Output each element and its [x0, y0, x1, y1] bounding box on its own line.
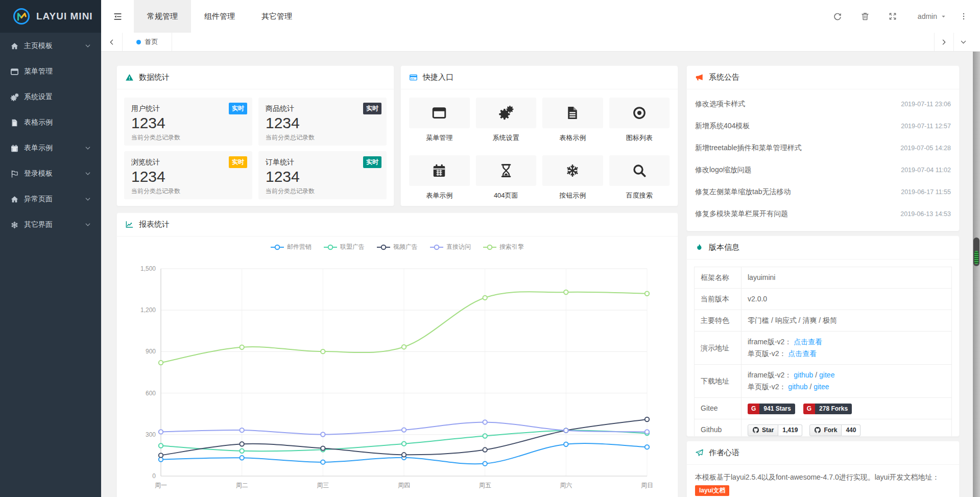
layui-doc-badge[interactable]: layui文档: [695, 485, 729, 496]
sidebar-collapse-button[interactable]: [101, 0, 134, 33]
gitee-badge[interactable]: G941 Stars: [748, 404, 795, 414]
version-row-5: GiteeG941 StarsG278 Forks: [695, 398, 952, 419]
version-link[interactable]: github: [788, 383, 807, 391]
quick-item-label: 按钮示例: [542, 191, 603, 200]
more-options-icon[interactable]: [960, 12, 968, 20]
sidebar-item-1[interactable]: 菜单管理: [0, 59, 101, 84]
version-row-value: G941 StarsG278 Forks: [742, 398, 952, 419]
quick-item-4[interactable]: 表单示例: [409, 155, 470, 200]
flag-icon: [10, 170, 19, 178]
announcement-row-0[interactable]: 修改选项卡样式2019-07-11 23:06: [695, 93, 951, 115]
quick-item-1[interactable]: 系统设置: [476, 98, 537, 142]
quick-item-label: 系统设置: [476, 133, 537, 142]
announcement-row-5[interactable]: 修复多模块菜单栏展开有问题2019-06-13 14:53: [695, 203, 951, 225]
legend-item-1[interactable]: 联盟广告: [324, 243, 365, 251]
user-dropdown[interactable]: admin: [918, 12, 946, 20]
stat-subtitle: 当前分类总记录数: [131, 187, 245, 196]
version-row-label: Gitee: [695, 398, 742, 419]
scrollbar-thumb[interactable]: [973, 238, 979, 266]
sidebar-item-0[interactable]: 主页模板: [0, 33, 101, 59]
header-tab-0[interactable]: 常规管理: [134, 0, 191, 33]
fullscreen-icon[interactable]: [888, 12, 897, 21]
announcements-title: 系统公告: [709, 73, 739, 82]
legend-item-2[interactable]: 视频广告: [377, 243, 418, 251]
scrollbar-thumb-stripes: [974, 251, 978, 264]
quick-item-label: 表格示例: [542, 133, 603, 142]
left-column: 数据统计 用户统计1234当前分类总记录数实时商品统计1234当前分类总记录数实…: [116, 65, 678, 497]
sidebar-item-4[interactable]: 表单示例: [0, 135, 101, 161]
announcement-text: 新增treetable插件和菜单管理样式: [695, 144, 801, 153]
version-row-6: GithubStar1,419Fork440: [695, 419, 952, 437]
svg-text:周六: 周六: [560, 482, 572, 489]
legend-item-3[interactable]: 直接访问: [430, 243, 471, 251]
announcement-text: 新增系统404模板: [695, 122, 750, 131]
realtime-badge: 实时: [363, 103, 381, 114]
svg-text:周日: 周日: [641, 482, 653, 489]
stats-panel-header: 数据统计: [117, 66, 394, 89]
sidebar-item-label: 表单示例: [24, 144, 53, 153]
announcement-row-4[interactable]: 修复左侧菜单缩放tab无法移动2019-06-17 11:55: [695, 181, 951, 203]
quick-item-6[interactable]: 按钮示例: [542, 155, 603, 200]
quick-item-2[interactable]: 表格示例: [542, 98, 603, 142]
version-row-value: 零门槛 / 响应式 / 清爽 / 极简: [742, 310, 952, 332]
header-tab-2[interactable]: 其它管理: [248, 0, 305, 33]
legend-item-4[interactable]: 搜索引擎: [483, 243, 524, 251]
realtime-badge: 实时: [363, 156, 381, 168]
sidebar-item-5[interactable]: 登录模板: [0, 161, 101, 186]
sidebar-item-2[interactable]: 系统设置: [0, 84, 101, 110]
file-icon: [542, 98, 603, 128]
version-row-1: 当前版本v2.0.0: [695, 289, 952, 310]
svg-text:周五: 周五: [479, 482, 491, 489]
version-row-4: 下载地址iframe版-v2： github / gitee单页版-v2： gi…: [695, 365, 952, 398]
app-title: LAYUI MINI: [36, 11, 93, 22]
github-badge-label: Fork: [824, 427, 837, 434]
github-badge[interactable]: Star1,419: [748, 424, 802, 436]
announcement-row-2[interactable]: 新增treetable插件和菜单管理样式2019-07-05 14:28: [695, 137, 951, 159]
tab-home-label: 首页: [145, 37, 158, 46]
version-row-label: 下载地址: [695, 365, 742, 398]
quick-item-7[interactable]: 百度搜索: [609, 155, 670, 200]
calendar-icon: [10, 144, 19, 153]
gitee-badge[interactable]: G278 Forks: [803, 404, 852, 414]
quick-entry-grid: 菜单管理系统设置表格示例图标列表表单示例404页面按钮示例百度搜索: [401, 89, 678, 200]
legend-marker-icon: [483, 244, 496, 250]
author-title: 作者心语: [709, 448, 739, 458]
announcement-row-1[interactable]: 新增系统404模板2019-07-11 12:57: [695, 115, 951, 137]
legend-item-0[interactable]: 邮件营销: [271, 243, 312, 251]
tab-scroll-right-button[interactable]: [934, 33, 953, 51]
tab-home[interactable]: 首页: [123, 33, 172, 51]
version-row-label: 主要特色: [695, 310, 742, 332]
announcement-row-3[interactable]: 修改logo缩放问题2019-07-04 11:02: [695, 159, 951, 181]
right-column: 系统公告 修改选项卡样式2019-07-11 23:06新增系统404模板201…: [686, 65, 960, 497]
realtime-badge: 实时: [229, 103, 247, 114]
version-link[interactable]: 点击查看: [794, 338, 822, 346]
sidebar-item-6[interactable]: 异常页面: [0, 186, 101, 212]
refresh-icon[interactable]: [833, 12, 842, 21]
menu-toggle-icon: [113, 12, 123, 21]
quick-item-0[interactable]: 菜单管理: [409, 98, 470, 142]
version-link[interactable]: gitee: [819, 371, 834, 379]
chevron-down-icon: [85, 222, 91, 228]
quick-item-label: 表单示例: [409, 191, 470, 200]
stat-card-1: 商品统计1234当前分类总记录数实时: [258, 98, 387, 146]
version-link[interactable]: github: [794, 371, 813, 379]
version-row-3: 演示地址iframe版-v2： 点击查看单页版-v2： 点击查看: [695, 332, 952, 365]
gitee-icon: G: [803, 404, 815, 414]
header-tab-1[interactable]: 组件管理: [191, 0, 248, 33]
sidebar-item-label: 表格示例: [24, 118, 53, 127]
app-logo[interactable]: LAYUI MINI: [0, 0, 101, 33]
tab-scroll-left-button[interactable]: [101, 33, 123, 51]
layui-logo-icon: [12, 7, 31, 26]
trash-icon[interactable]: [861, 12, 870, 21]
sidebar-item-label: 登录模板: [24, 169, 53, 178]
version-link[interactable]: 点击查看: [788, 349, 817, 358]
gears-icon: [10, 93, 19, 102]
github-badge[interactable]: Fork440: [809, 424, 861, 436]
quick-item-5[interactable]: 404页面: [476, 155, 537, 200]
tab-menu-button[interactable]: [953, 33, 973, 51]
quick-item-3[interactable]: 图标列表: [609, 98, 670, 142]
sidebar-item-7[interactable]: 其它界面: [0, 212, 101, 238]
sidebar-item-3[interactable]: 表格示例: [0, 110, 101, 135]
version-link[interactable]: gitee: [814, 383, 829, 391]
svg-text:900: 900: [146, 348, 156, 355]
